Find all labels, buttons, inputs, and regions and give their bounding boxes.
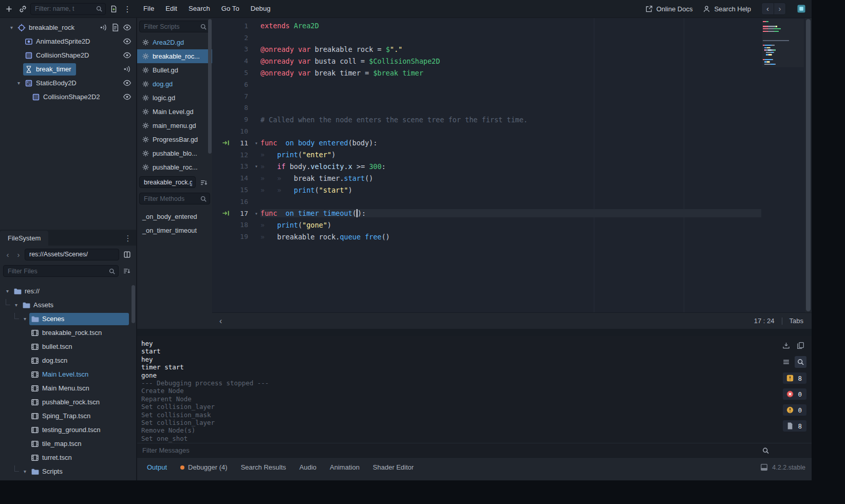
fs-sort-button[interactable] xyxy=(120,265,133,277)
dock-icon[interactable] xyxy=(760,463,768,471)
panel-splitter[interactable] xyxy=(137,329,812,336)
script-item-progressbar-gd[interactable]: ProgressBar.gd xyxy=(137,133,212,146)
attach-script-button[interactable] xyxy=(107,3,120,15)
code-line-5[interactable]: 5@onready var break_timer = $break_timer xyxy=(212,67,812,79)
output-filter-messages[interactable]: 8 xyxy=(783,372,806,384)
menu-file[interactable]: File xyxy=(138,2,160,15)
fs-item-bullet-tscn[interactable]: bullet.tscn xyxy=(0,340,136,353)
collapse-arrow-icon[interactable]: ▾ xyxy=(12,302,21,308)
fs-scrollbar[interactable] xyxy=(132,285,135,323)
tab-search-results[interactable]: Search Results xyxy=(234,458,293,477)
code-line-18[interactable]: 18» print("gone") xyxy=(212,219,812,231)
code-line-3[interactable]: 3@onready var breakable_rock = $"." xyxy=(212,44,812,55)
fold-arrow-icon[interactable]: ▾ xyxy=(252,140,260,146)
scene-node-collisionshape2d2[interactable]: CollisionShape2D2 xyxy=(0,90,136,104)
fs-item-res[interactable]: ▾res:// xyxy=(0,284,136,298)
copy-output-button[interactable] xyxy=(795,340,806,351)
filter-lines-button[interactable] xyxy=(780,356,792,368)
scene-filter-input[interactable] xyxy=(31,4,105,14)
code-line-7[interactable]: 7 xyxy=(212,90,812,102)
filesystem-tab[interactable]: FileSystem xyxy=(0,231,48,246)
scene-node-break-timer[interactable]: break_timer xyxy=(0,62,136,76)
output-filter-warnings[interactable]: 0 xyxy=(783,404,806,416)
toggle-scripts-panel-button[interactable]: ‹ xyxy=(212,316,229,326)
connection-slot-icon[interactable] xyxy=(212,140,231,146)
connection-slot-icon[interactable] xyxy=(212,210,231,216)
code-line-14[interactable]: 14» » break_timer.start() xyxy=(212,172,812,184)
method-item-on-body-entered[interactable]: _on_body_entered xyxy=(137,210,212,223)
script-item-main-level-gd[interactable]: Main Level.gd xyxy=(137,105,212,119)
script-icon[interactable] xyxy=(111,23,120,32)
indent-mode[interactable]: Tabs xyxy=(790,317,803,325)
menu-search[interactable]: Search xyxy=(183,2,216,15)
save-output-button[interactable] xyxy=(780,340,792,351)
output-search-button[interactable] xyxy=(795,356,806,368)
menu-edit[interactable]: Edit xyxy=(160,2,183,15)
tab-shader-editor[interactable]: Shader Editor xyxy=(366,458,421,477)
collapse-arrow-icon[interactable]: ▾ xyxy=(3,288,12,294)
signal-icon[interactable] xyxy=(123,65,132,73)
collapse-arrow-icon[interactable]: ▾ xyxy=(21,469,29,474)
code-line-11[interactable]: 11▾func _on_body_entered(body): xyxy=(212,137,812,149)
signal-icon[interactable] xyxy=(99,23,108,32)
code-line-19[interactable]: 19» breakable_rock.queue_free() xyxy=(212,231,812,242)
script-list-scrollbar[interactable] xyxy=(208,19,212,154)
scene-node-staticbody2d[interactable]: ▾StaticBody2D xyxy=(0,76,136,90)
code-line-17[interactable]: 17▾func _on_timer_timeout(): xyxy=(212,208,812,219)
current-script-input[interactable] xyxy=(140,177,195,188)
methods-sort-button[interactable] xyxy=(197,176,210,189)
eye-icon[interactable] xyxy=(123,51,132,60)
eye-icon[interactable] xyxy=(123,92,132,101)
fs-item-assets[interactable]: ▾Assets xyxy=(0,298,136,312)
script-item-pushable-blo[interactable]: pushable_blo... xyxy=(137,146,212,160)
instance-scene-button[interactable] xyxy=(16,3,29,15)
tab-debugger-4[interactable]: Debugger (4) xyxy=(174,458,234,477)
fs-forward-button[interactable]: › xyxy=(14,250,23,259)
fs-item-pushable-rock-tscn[interactable]: pushable_rock.tscn xyxy=(0,395,136,409)
fs-item-dog-tscn[interactable]: dog.tscn xyxy=(0,353,136,367)
script-item-area2d-gd[interactable]: Area2D.gd xyxy=(137,35,212,49)
history-back-button[interactable]: ‹ xyxy=(762,3,774,14)
code-line-10[interactable]: 10 xyxy=(212,125,812,137)
scene-node-breakable-rock[interactable]: ▾breakable_rock xyxy=(0,21,136,34)
code-line-8[interactable]: 8 xyxy=(212,102,812,114)
tab-animation[interactable]: Animation xyxy=(323,458,366,477)
collapse-arrow-icon[interactable]: ▾ xyxy=(14,80,23,86)
code-line-4[interactable]: 4@onready var busta_coll = $CollisionSha… xyxy=(212,55,812,67)
code-line-1[interactable]: 1extends Area2D xyxy=(212,20,812,32)
fs-item-tile-map-tscn[interactable]: tile_map.tscn xyxy=(0,437,136,451)
fs-back-button[interactable]: ‹ xyxy=(3,250,12,259)
script-item-main-menu-gd[interactable]: main_menu.gd xyxy=(137,119,212,133)
fold-arrow-icon[interactable]: ▾ xyxy=(252,163,260,169)
fs-item-testing-ground-tscn[interactable]: testing_ground.tscn xyxy=(0,423,136,437)
fs-item-main-level-tscn[interactable]: Main Level.tscn xyxy=(0,367,136,381)
fs-item-main-menu-tscn[interactable]: Main Menu.tscn xyxy=(0,381,136,395)
tab-output[interactable]: Output xyxy=(140,458,174,477)
menu-debug[interactable]: Debug xyxy=(245,2,276,15)
eye-icon[interactable] xyxy=(123,23,132,32)
script-item-logic-gd[interactable]: logic.gd xyxy=(137,91,212,105)
script-item-dog-gd[interactable]: dog.gd xyxy=(137,77,212,91)
fs-path-input[interactable] xyxy=(25,249,119,260)
code-line-13[interactable]: 13▾» if body.velocity.x >= 300: xyxy=(212,161,812,173)
code-line-9[interactable]: 9# Called when the node enters the scene… xyxy=(212,114,812,125)
code-line-12[interactable]: 12» print("enter") xyxy=(212,149,812,161)
history-forward-button[interactable]: › xyxy=(774,3,785,14)
editor-scrollbar-thumb[interactable] xyxy=(806,19,811,311)
online-docs-link[interactable]: Online Docs xyxy=(645,5,693,13)
scene-node-animatedsprite2d[interactable]: AnimatedSprite2D xyxy=(0,34,136,48)
output-filter-editor-messages[interactable]: 8 xyxy=(783,420,806,432)
script-item-pushable-roc[interactable]: pushable_roc... xyxy=(137,160,212,174)
methods-filter-input[interactable] xyxy=(140,193,210,204)
method-item-on-timer-timeout[interactable]: _on_timer_timeout xyxy=(137,223,212,237)
fs-item-scripts[interactable]: ▾Scripts xyxy=(0,464,136,478)
fs-item-turret-tscn[interactable]: turret.tscn xyxy=(0,451,136,464)
scripts-filter-input[interactable] xyxy=(140,21,210,32)
code-line-2[interactable]: 2 xyxy=(212,32,812,44)
tab-audio[interactable]: Audio xyxy=(293,458,323,477)
filesystem-menu-button[interactable]: ⋮ xyxy=(122,232,134,244)
add-node-button[interactable] xyxy=(3,3,15,15)
fs-item-breakable-rock-tscn[interactable]: breakable_rock.tscn xyxy=(0,326,136,340)
fs-split-mode-button[interactable] xyxy=(121,248,133,260)
menu-go-to[interactable]: Go To xyxy=(216,2,245,15)
